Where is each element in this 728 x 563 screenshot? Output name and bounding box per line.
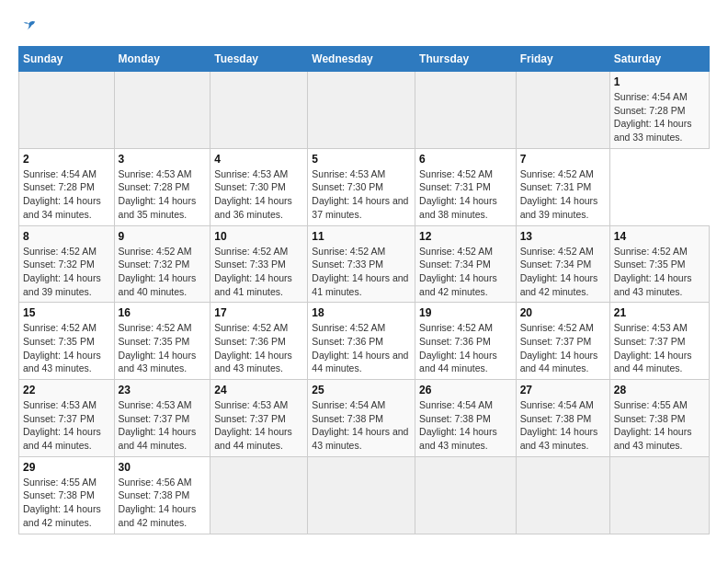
day-info: Sunrise: 4:53 AMSunset: 7:37 PMDaylight:… [214,398,303,453]
calendar-cell: 18Sunrise: 4:52 AMSunset: 7:36 PMDayligh… [308,303,415,380]
calendar-cell: 15Sunrise: 4:52 AMSunset: 7:35 PMDayligh… [19,303,115,380]
day-number: 23 [119,384,207,396]
day-number: 14 [614,230,705,243]
day-info: Sunrise: 4:52 AMSunset: 7:32 PMDaylight:… [119,245,207,299]
calendar-table: SundayMondayTuesdayWednesdayThursdayFrid… [18,46,710,534]
calendar-cell [609,456,709,534]
calendar-cell: 9Sunrise: 4:52 AMSunset: 7:32 PMDaylight… [114,225,210,303]
day-number: 21 [614,306,705,319]
calendar-cell [516,456,609,534]
day-number: 25 [312,384,411,396]
day-info: Sunrise: 4:54 AMSunset: 7:28 PMDaylight:… [614,90,705,144]
header-friday: Friday [516,47,609,72]
calendar-cell: 28Sunrise: 4:55 AMSunset: 7:38 PMDayligh… [609,380,709,457]
day-number: 2 [23,153,110,166]
calendar-cell: 4Sunrise: 4:53 AMSunset: 7:30 PMDaylight… [210,148,308,225]
calendar-week-1: 2Sunrise: 4:54 AMSunset: 7:28 PMDaylight… [19,148,710,225]
day-number: 26 [419,384,512,396]
calendar-cell: 10Sunrise: 4:52 AMSunset: 7:33 PMDayligh… [210,225,308,303]
day-info: Sunrise: 4:53 AMSunset: 7:37 PMDaylight:… [614,321,705,375]
day-info: Sunrise: 4:52 AMSunset: 7:31 PMDaylight:… [520,167,606,222]
day-number: 16 [119,306,207,319]
header-wednesday: Wednesday [308,47,415,72]
day-info: Sunrise: 4:54 AMSunset: 7:38 PMDaylight:… [312,398,411,453]
day-number: 12 [419,230,512,243]
calendar-cell [415,72,517,149]
calendar-cell: 22Sunrise: 4:53 AMSunset: 7:37 PMDayligh… [19,380,115,457]
logo-bird-icon [20,18,37,35]
day-number: 24 [214,384,303,396]
day-info: Sunrise: 4:52 AMSunset: 7:35 PMDaylight:… [614,245,705,299]
day-info: Sunrise: 4:52 AMSunset: 7:31 PMDaylight:… [419,167,512,222]
day-info: Sunrise: 4:52 AMSunset: 7:37 PMDaylight:… [520,321,606,375]
day-info: Sunrise: 4:54 AMSunset: 7:38 PMDaylight:… [520,398,606,453]
header-tuesday: Tuesday [210,47,308,72]
day-number: 13 [520,230,606,243]
day-number: 27 [520,384,606,396]
calendar-cell: 11Sunrise: 4:52 AMSunset: 7:33 PMDayligh… [308,225,415,303]
day-number: 28 [614,384,705,396]
day-number: 10 [214,230,303,243]
calendar-cell: 16Sunrise: 4:52 AMSunset: 7:35 PMDayligh… [114,303,210,380]
day-info: Sunrise: 4:52 AMSunset: 7:36 PMDaylight:… [214,321,303,375]
day-number: 22 [23,384,110,396]
day-info: Sunrise: 4:52 AMSunset: 7:34 PMDaylight:… [419,245,512,299]
calendar-cell: 19Sunrise: 4:52 AMSunset: 7:36 PMDayligh… [415,303,517,380]
day-number: 1 [614,75,705,88]
day-number: 9 [119,230,207,243]
day-info: Sunrise: 4:55 AMSunset: 7:38 PMDaylight:… [23,476,110,530]
day-info: Sunrise: 4:54 AMSunset: 7:28 PMDaylight:… [23,167,110,222]
calendar-body: 1Sunrise: 4:54 AMSunset: 7:28 PMDaylight… [19,72,710,534]
header-saturday: Saturday [609,47,709,72]
day-info: Sunrise: 4:52 AMSunset: 7:33 PMDaylight:… [214,245,303,299]
day-info: Sunrise: 4:56 AMSunset: 7:38 PMDaylight:… [119,476,207,530]
calendar-cell: 13Sunrise: 4:52 AMSunset: 7:34 PMDayligh… [516,225,609,303]
day-number: 18 [312,306,411,319]
calendar-cell: 29Sunrise: 4:55 AMSunset: 7:38 PMDayligh… [19,456,115,534]
day-number: 5 [312,153,411,166]
day-number: 11 [312,230,411,243]
day-info: Sunrise: 4:52 AMSunset: 7:35 PMDaylight:… [119,321,207,375]
calendar-cell: 14Sunrise: 4:52 AMSunset: 7:35 PMDayligh… [609,225,709,303]
calendar-cell: 20Sunrise: 4:52 AMSunset: 7:37 PMDayligh… [516,303,609,380]
day-number: 15 [23,306,110,319]
calendar-cell [308,72,415,149]
day-info: Sunrise: 4:53 AMSunset: 7:28 PMDaylight:… [119,167,207,222]
calendar-cell: 7Sunrise: 4:52 AMSunset: 7:31 PMDaylight… [516,148,609,225]
day-number: 29 [23,461,110,474]
calendar-week-0: 1Sunrise: 4:54 AMSunset: 7:28 PMDaylight… [19,72,710,149]
day-number: 17 [214,306,303,319]
header-monday: Monday [114,47,210,72]
calendar-cell: 6Sunrise: 4:52 AMSunset: 7:31 PMDaylight… [415,148,517,225]
calendar-cell: 24Sunrise: 4:53 AMSunset: 7:37 PMDayligh… [210,380,308,457]
calendar-cell: 27Sunrise: 4:54 AMSunset: 7:38 PMDayligh… [516,380,609,457]
day-info: Sunrise: 4:54 AMSunset: 7:38 PMDaylight:… [419,398,512,453]
logo [18,18,37,31]
day-info: Sunrise: 4:53 AMSunset: 7:37 PMDaylight:… [23,398,110,453]
day-info: Sunrise: 4:53 AMSunset: 7:37 PMDaylight:… [119,398,207,453]
calendar-week-3: 15Sunrise: 4:52 AMSunset: 7:35 PMDayligh… [19,303,710,380]
calendar-cell: 17Sunrise: 4:52 AMSunset: 7:36 PMDayligh… [210,303,308,380]
day-info: Sunrise: 4:52 AMSunset: 7:36 PMDaylight:… [312,321,411,375]
day-info: Sunrise: 4:52 AMSunset: 7:32 PMDaylight:… [23,245,110,299]
calendar-cell: 21Sunrise: 4:53 AMSunset: 7:37 PMDayligh… [609,303,709,380]
day-number: 3 [119,153,207,166]
day-number: 4 [214,153,303,166]
calendar-week-2: 8Sunrise: 4:52 AMSunset: 7:32 PMDaylight… [19,225,710,303]
calendar-cell [210,72,308,149]
calendar-cell: 2Sunrise: 4:54 AMSunset: 7:28 PMDaylight… [19,148,115,225]
calendar-cell: 1Sunrise: 4:54 AMSunset: 7:28 PMDaylight… [609,72,709,149]
calendar-cell: 26Sunrise: 4:54 AMSunset: 7:38 PMDayligh… [415,380,517,457]
calendar-cell [308,456,415,534]
calendar-week-4: 22Sunrise: 4:53 AMSunset: 7:37 PMDayligh… [19,380,710,457]
calendar-cell: 3Sunrise: 4:53 AMSunset: 7:28 PMDaylight… [114,148,210,225]
calendar-cell [516,72,609,149]
calendar-cell [114,72,210,149]
calendar-week-5: 29Sunrise: 4:55 AMSunset: 7:38 PMDayligh… [19,456,710,534]
day-number: 8 [23,230,110,243]
calendar-cell [415,456,517,534]
day-info: Sunrise: 4:52 AMSunset: 7:34 PMDaylight:… [520,245,606,299]
day-info: Sunrise: 4:52 AMSunset: 7:35 PMDaylight:… [23,321,110,375]
day-info: Sunrise: 4:53 AMSunset: 7:30 PMDaylight:… [312,167,411,222]
calendar-cell [210,456,308,534]
